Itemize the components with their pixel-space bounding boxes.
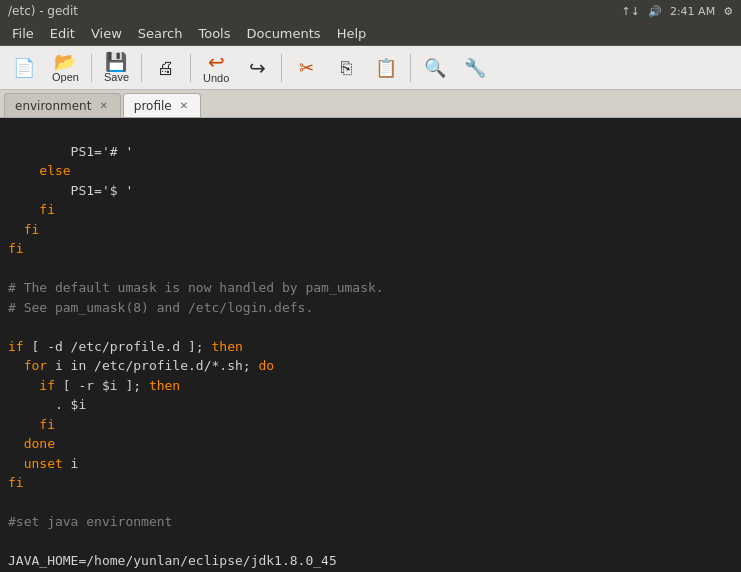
- code-line: [8, 259, 733, 279]
- save-button[interactable]: 💾 Save: [98, 49, 135, 87]
- code-line: unset i: [8, 454, 733, 474]
- open-label: Open: [52, 71, 79, 83]
- titlebar-controls: ↑↓ 🔊 2:41 AM ⚙: [621, 5, 733, 18]
- toolbar-separator-1: [91, 54, 92, 82]
- code-line: . $i: [8, 395, 733, 415]
- code-line: JAVA_HOME=/home/yunlan/eclipse/jdk1.8.0_…: [8, 551, 733, 571]
- menu-documents[interactable]: Documents: [239, 24, 329, 43]
- toolbar-separator-2: [141, 54, 142, 82]
- code-line: PS1='$ ': [8, 181, 733, 201]
- new-button[interactable]: 📄: [6, 49, 42, 87]
- open-button[interactable]: 📂 Open: [46, 49, 85, 87]
- save-label: Save: [104, 71, 129, 83]
- volume-icon: 🔊: [648, 5, 662, 18]
- cut-button[interactable]: ✂: [288, 49, 324, 87]
- code-line: #set java environment: [8, 512, 733, 532]
- save-icon: 💾: [105, 53, 127, 71]
- titlebar-title: /etc) - gedit: [8, 4, 78, 18]
- code-line: fi: [8, 220, 733, 240]
- menu-search[interactable]: Search: [130, 24, 191, 43]
- toolbar-separator-5: [410, 54, 411, 82]
- replace-button[interactable]: 🔧: [457, 49, 493, 87]
- clock: 2:41 AM: [670, 5, 715, 18]
- code-line: fi: [8, 239, 733, 259]
- undo-icon: ↩: [208, 52, 225, 72]
- toolbar-separator-4: [281, 54, 282, 82]
- undo-label: Undo: [203, 72, 229, 84]
- code-line: PS1='# ': [8, 142, 733, 162]
- tab-environment[interactable]: environment ✕: [4, 93, 121, 117]
- print-button[interactable]: 🖨: [148, 49, 184, 87]
- titlebar: /etc) - gedit ↑↓ 🔊 2:41 AM ⚙: [0, 0, 741, 22]
- wifi-icon: ↑↓: [621, 5, 639, 18]
- code-line: # See pam_umask(8) and /etc/login.defs.: [8, 298, 733, 318]
- toolbar-separator-3: [190, 54, 191, 82]
- redo-icon: ↪: [249, 58, 266, 78]
- copy-icon: ⎘: [341, 59, 352, 77]
- code-line: [8, 317, 733, 337]
- menu-edit[interactable]: Edit: [42, 24, 83, 43]
- code-line: fi: [8, 200, 733, 220]
- new-icon: 📄: [13, 59, 35, 77]
- tab-profile-label: profile: [134, 99, 172, 113]
- tab-environment-label: environment: [15, 99, 91, 113]
- settings-icon[interactable]: ⚙: [723, 5, 733, 18]
- copy-button[interactable]: ⎘: [328, 49, 364, 87]
- tab-profile[interactable]: profile ✕: [123, 93, 201, 117]
- cut-icon: ✂: [299, 59, 314, 77]
- paste-icon: 📋: [375, 59, 397, 77]
- toolbar: 📄 📂 Open 💾 Save 🖨 ↩ Undo ↪ ✂ ⎘ 📋 🔍 🔧: [0, 46, 741, 90]
- editor[interactable]: PS1='# ' else PS1='$ ' fi fifi # The def…: [0, 118, 741, 572]
- find-icon: 🔍: [424, 59, 446, 77]
- code-line: # The default umask is now handled by pa…: [8, 278, 733, 298]
- code-line: if [ -d /etc/profile.d ]; then: [8, 337, 733, 357]
- undo-button[interactable]: ↩ Undo: [197, 49, 235, 87]
- menu-help[interactable]: Help: [329, 24, 375, 43]
- code-line: fi: [8, 473, 733, 493]
- menu-view[interactable]: View: [83, 24, 130, 43]
- app-title: /etc) - gedit: [8, 4, 78, 18]
- tab-profile-close[interactable]: ✕: [178, 100, 190, 111]
- code-line: for i in /etc/profile.d/*.sh; do: [8, 356, 733, 376]
- code-line: done: [8, 434, 733, 454]
- menu-tools[interactable]: Tools: [190, 24, 238, 43]
- tabs-bar: environment ✕ profile ✕: [0, 90, 741, 118]
- redo-button[interactable]: ↪: [239, 49, 275, 87]
- code-line: fi: [8, 415, 733, 435]
- code-line: else: [8, 161, 733, 181]
- find-button[interactable]: 🔍: [417, 49, 453, 87]
- tab-environment-close[interactable]: ✕: [97, 100, 109, 111]
- paste-button[interactable]: 📋: [368, 49, 404, 87]
- menubar: File Edit View Search Tools Documents He…: [0, 22, 741, 46]
- code-line: [8, 493, 733, 513]
- print-icon: 🖨: [157, 59, 175, 77]
- code-line: [8, 532, 733, 552]
- menu-file[interactable]: File: [4, 24, 42, 43]
- open-icon: 📂: [54, 53, 76, 71]
- code-line: if [ -r $i ]; then: [8, 376, 733, 396]
- replace-icon: 🔧: [464, 59, 486, 77]
